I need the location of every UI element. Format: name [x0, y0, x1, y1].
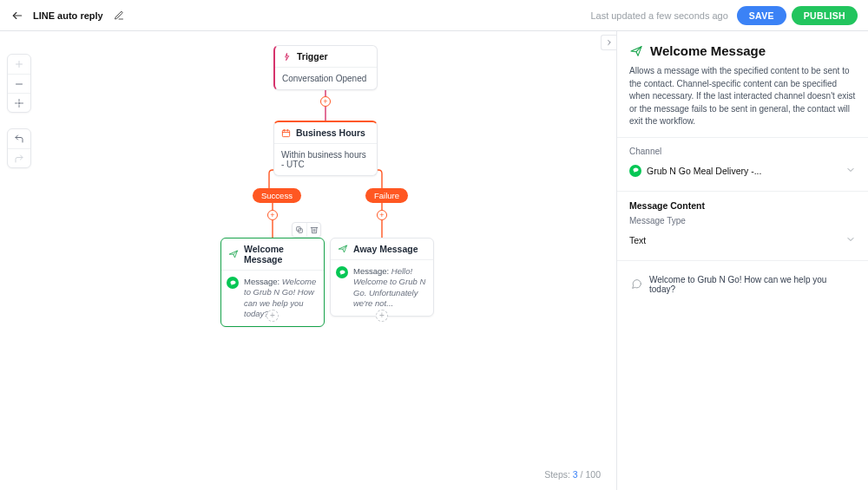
message-type-value: Text [629, 235, 646, 245]
channel-label: Channel [629, 147, 856, 156]
calendar-icon [281, 128, 291, 138]
message-type-label: Message Type [629, 216, 856, 225]
trigger-title: Trigger [297, 51, 328, 62]
away-node-title: Away Message [353, 244, 418, 254]
add-step-success-button[interactable] [267, 210, 278, 220]
business-hours-title: Business Hours [296, 127, 365, 138]
edit-title-button[interactable] [112, 9, 126, 23]
channel-select[interactable]: Grub N Go Meal Delivery -... [629, 160, 856, 186]
copy-node-button[interactable] [293, 223, 306, 237]
send-icon [228, 249, 239, 259]
channel-value: Grub N Go Meal Delivery -... [647, 166, 761, 176]
step-counter: Steps: 3 / 100 [544, 469, 601, 480]
line-channel-icon [227, 277, 239, 289]
save-button[interactable]: SAVE [737, 6, 786, 25]
business-hours-body: Within business hours - UTC [274, 143, 377, 175]
trigger-body: Conversation Opened [275, 67, 377, 89]
message-preview[interactable]: Welcome to Grub N Go! How can we help yo… [629, 270, 856, 299]
welcome-node-title: Welcome Message [244, 244, 317, 265]
panel-title: Welcome Message [650, 43, 766, 58]
chat-icon [631, 278, 642, 290]
line-channel-icon [336, 266, 348, 278]
svg-rect-14 [282, 130, 289, 136]
welcome-body-label: Message: [244, 277, 279, 286]
message-type-select[interactable]: Text [629, 229, 856, 255]
away-body-label: Message: [353, 266, 389, 276]
send-icon [338, 244, 348, 254]
node-mini-toolbar [292, 222, 321, 238]
workflow-canvas[interactable]: Trigger Conversation Opened Business Hou… [0, 31, 616, 490]
success-pill: Success [253, 188, 301, 203]
panel-description: Allows a message with the specified cont… [629, 65, 856, 128]
main: Trigger Conversation Opened Business Hou… [0, 31, 868, 490]
away-message-node[interactable]: Away Message Message: Hello! Welcome to … [330, 238, 434, 317]
chevron-down-icon [845, 163, 856, 179]
back-button[interactable] [10, 9, 24, 23]
delete-node-button[interactable] [306, 223, 320, 237]
send-icon [629, 44, 643, 58]
collapse-panel-button[interactable] [601, 35, 616, 50]
business-hours-node[interactable]: Business Hours Within business hours - U… [273, 121, 378, 176]
trigger-node[interactable]: Trigger Conversation Opened [273, 45, 378, 90]
message-content-section: Message Content [629, 200, 856, 211]
properties-panel: Welcome Message Allows a message with th… [616, 31, 868, 490]
workflow-title: LINE auto reply [33, 10, 103, 21]
line-channel-icon [629, 165, 641, 177]
chevron-down-icon [845, 232, 856, 248]
add-step-end-left[interactable] [266, 310, 279, 322]
last-updated-text: Last updated a few seconds ago [590, 10, 727, 21]
add-step-failure-button[interactable] [377, 210, 387, 220]
step-counter-prefix: Steps: [544, 469, 573, 480]
step-counter-max: 100 [585, 469, 601, 480]
panel-title-row: Welcome Message [629, 43, 856, 58]
failure-pill: Failure [365, 188, 408, 203]
add-step-button[interactable] [320, 96, 331, 107]
header: LINE auto reply Last updated a few secon… [0, 0, 868, 31]
trigger-icon [282, 52, 292, 62]
message-preview-text: Welcome to Grub N Go! How can we help yo… [649, 275, 854, 294]
add-step-end-right[interactable] [376, 310, 388, 322]
publish-button[interactable]: PUBLISH [792, 6, 858, 25]
